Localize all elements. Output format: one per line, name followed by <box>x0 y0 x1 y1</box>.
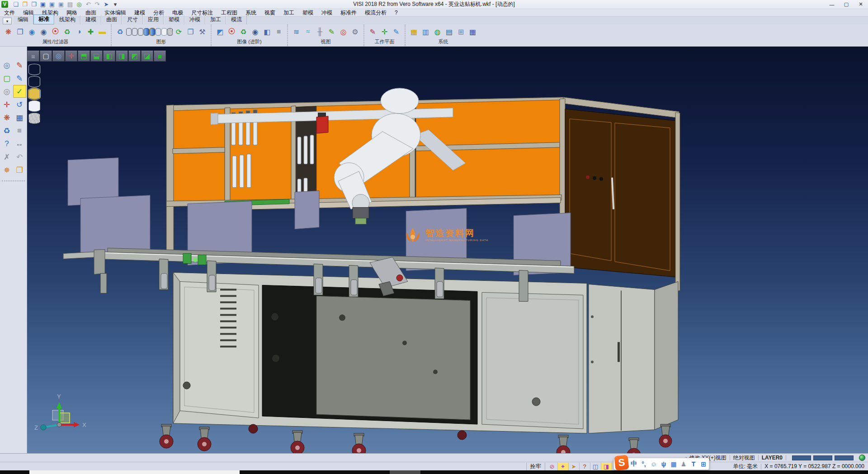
zoom-dynamic-icon[interactable]: ◎ <box>52 51 65 62</box>
render-hatched-icon[interactable] <box>167 28 173 36</box>
open-file-icon[interactable]: ❐ <box>21 0 29 8</box>
image-add-view-icon[interactable]: ◩ <box>214 25 226 38</box>
image-cube-edit-icon[interactable]: ◧ <box>261 25 273 38</box>
close-button[interactable]: ✕ <box>854 0 868 9</box>
image-refresh-icon[interactable]: ♻ <box>238 25 249 38</box>
attribute-palette-icon[interactable]: ❋ <box>3 25 14 38</box>
menu-help[interactable]: ? <box>391 9 402 16</box>
undo-icon[interactable]: ↶ <box>84 0 92 8</box>
workplane-axes-icon[interactable]: ✛ <box>379 25 390 38</box>
view-front-icon[interactable]: ◩ <box>128 51 141 62</box>
open-folder-icon[interactable]: ❐ <box>14 164 26 176</box>
system-colors-icon[interactable]: ▦ <box>408 25 420 38</box>
ime-keyboard-icon[interactable]: ▦ <box>669 460 678 469</box>
zoom-solid-icon[interactable]: ◎ <box>1 85 13 97</box>
system-grid-pick-icon[interactable]: ⊞ <box>455 25 467 38</box>
view-bottom-icon[interactable]: ⬓ <box>90 51 103 62</box>
snap-disable-icon[interactable]: ⊘ <box>547 463 558 470</box>
globe-icon[interactable] <box>859 455 865 461</box>
system-panel-tools-icon[interactable]: ▤ <box>443 25 455 38</box>
visibility-remove-icon[interactable]: ◉ <box>38 25 49 38</box>
minimize-button[interactable]: — <box>825 0 839 9</box>
view-wave-icon[interactable]: ≈ <box>302 25 314 38</box>
view-back-icon[interactable]: ◪ <box>141 51 153 62</box>
view-sketch-icon[interactable]: ✎ <box>326 25 337 38</box>
tab-wireframe[interactable]: 线架构 <box>54 15 80 24</box>
confirm-check-icon[interactable]: ✓ <box>14 85 26 97</box>
ime-toolbox-icon[interactable]: ⊞ <box>699 460 708 469</box>
regenerate-icon[interactable]: ♻ <box>114 25 126 38</box>
attribute-page-icon[interactable]: ❐ <box>14 25 26 38</box>
view-target-icon[interactable]: ◎ <box>338 25 349 38</box>
view-section-icon[interactable]: ╫ <box>314 25 326 38</box>
ime-mic-icon[interactable]: ψ <box>659 460 668 469</box>
tab-modeling[interactable]: 建模 <box>80 15 101 24</box>
layer-swatch-2-icon[interactable] <box>813 455 832 460</box>
print-icon[interactable]: ▤ <box>66 0 74 8</box>
view-settings-icon[interactable]: ⚙ <box>349 25 361 38</box>
sogou-logo-icon[interactable]: S <box>614 455 629 471</box>
help-icon[interactable]: ? <box>1 138 13 150</box>
view-menu-icon[interactable]: ≡ <box>27 51 39 62</box>
snap-solid-icon[interactable]: ◫ <box>590 463 601 470</box>
system-keypad-icon[interactable]: ▦ <box>467 25 478 38</box>
undo-gray-icon[interactable]: ↶ <box>14 151 26 163</box>
visibility-refresh-icon[interactable]: ♻ <box>61 25 73 38</box>
menu-machining[interactable]: 加工 <box>279 9 298 17</box>
options-wheel-icon[interactable]: ✵ <box>1 164 13 176</box>
view-axonometric-icon[interactable]: ✛ <box>65 51 77 62</box>
refresh-icon[interactable]: ♻ <box>1 125 13 137</box>
system-display-icon[interactable]: ▥ <box>420 25 431 38</box>
ime-lang-icon[interactable]: 中 <box>629 460 638 469</box>
mode-hatched-icon[interactable] <box>28 113 40 124</box>
workplane-box-icon[interactable]: ◨ <box>601 463 612 470</box>
menu-standard-parts[interactable]: 标准件 <box>336 9 361 17</box>
save-icon[interactable]: ▣ <box>39 0 47 8</box>
tab-application[interactable]: 应用 <box>143 15 164 24</box>
redo-icon[interactable]: ↷ <box>93 0 101 8</box>
save-all-icon[interactable]: ▣ <box>57 0 65 8</box>
lock-toggle[interactable]: 拴牢 <box>526 463 545 470</box>
view-left-icon[interactable]: ◧ <box>103 51 115 62</box>
window-tiles-icon[interactable]: ▦ <box>14 112 26 123</box>
preview-icon[interactable]: ◎ <box>75 0 83 8</box>
view-isometric-icon[interactable]: ■ <box>154 51 166 62</box>
new-document-icon[interactable]: ❏ <box>12 0 20 8</box>
render-flat-icon[interactable] <box>161 28 167 36</box>
qat-dropdown-icon[interactable]: ▾ <box>111 0 119 8</box>
save-as-icon[interactable]: ▣ <box>48 0 56 8</box>
3d-viewport[interactable]: ≡▢◎✛⬒⬓◧◨◩◪■ 智造资料网 INTELLIGENT MANUFACTUR… <box>27 47 868 453</box>
menu-die[interactable]: 冲模 <box>317 9 336 17</box>
taskbar-segment[interactable] <box>390 470 420 474</box>
visi-logo-icon[interactable]: V <box>1 1 8 8</box>
render-hidden-line-icon[interactable] <box>132 28 137 36</box>
ime-skin-icon[interactable]: T <box>689 460 698 469</box>
taskbar-window-segment[interactable] <box>29 470 240 474</box>
magic-select-icon[interactable]: ✦ <box>558 463 569 470</box>
delete-icon[interactable]: ✗ <box>1 151 13 163</box>
shade-copy-icon[interactable]: ❐ <box>185 25 196 38</box>
tab-dimension[interactable]: 尺寸 <box>122 15 143 24</box>
electrical-cabinet[interactable] <box>565 109 680 292</box>
ime-punct-icon[interactable]: °, <box>639 460 648 469</box>
tab-flow[interactable]: 模流 <box>226 15 247 24</box>
attribute-brush-icon[interactable]: ❋ <box>1 112 13 123</box>
layer-swatch-3-icon[interactable] <box>835 455 854 460</box>
tab-edit[interactable]: 编辑 <box>13 15 33 24</box>
render-wireframe-icon[interactable] <box>126 28 132 36</box>
system-globe-tools-icon[interactable]: ◍ <box>432 25 443 38</box>
context-help-icon[interactable]: ? <box>580 463 590 470</box>
filter-minus-icon[interactable]: ▬ <box>97 25 108 38</box>
zoom-window-icon[interactable]: ▢ <box>1 72 13 84</box>
mode-flat-icon[interactable] <box>28 100 40 112</box>
menu-mould[interactable]: 塑模 <box>298 9 317 17</box>
workplane-align-icon[interactable]: ✎ <box>391 25 402 38</box>
filter-traffic-light-icon[interactable]: ⦿ <box>50 25 61 38</box>
visibility-add-icon[interactable]: ◉ <box>26 25 38 38</box>
shade-settings-icon[interactable]: ⚒ <box>197 25 208 38</box>
shade-dynamic-icon[interactable]: ⟳ <box>173 25 184 38</box>
image-traffic-light-icon[interactable]: ⦿ <box>226 25 237 38</box>
zoom-fit-icon[interactable]: ▢ <box>40 51 52 62</box>
erase-pencil-icon[interactable]: ✎ <box>14 59 26 71</box>
workplane-sketch-icon[interactable]: ✎ <box>367 25 378 38</box>
